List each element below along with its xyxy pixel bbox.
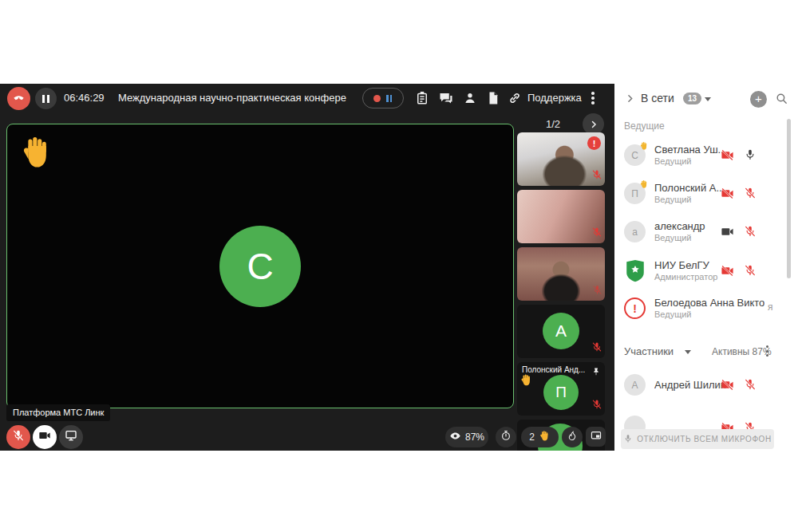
pause-icon [42, 95, 45, 103]
online-count-badge: 13 [683, 93, 701, 104]
mic-off-icon [12, 429, 25, 445]
video-thumbnail-4[interactable]: А [517, 305, 605, 358]
video-thumbnail-5[interactable]: Полонский Анд... П [517, 362, 605, 416]
connection-alert-avatar: ! [624, 298, 646, 319]
participant-name: Белоедова Анна Виктор... [654, 297, 764, 309]
camera-off-icon[interactable] [721, 187, 734, 203]
camera-off-icon[interactable] [721, 148, 734, 165]
meeting-timer: 06:46:29 [64, 84, 105, 112]
participants-sidebar: В сети 13 + Ведущие С Светлана Уш... Вед… [614, 84, 798, 451]
record-pause-icon [385, 91, 393, 105]
section-menu-icon[interactable] [766, 345, 768, 359]
avatar: А [624, 374, 646, 396]
mic-off-icon[interactable] [744, 264, 757, 280]
mic-off-icon [591, 227, 602, 241]
chat-icon[interactable] [439, 91, 453, 105]
support-link[interactable]: Поддержка [527, 84, 582, 112]
mic-off-icon[interactable] [744, 187, 757, 203]
mic-off-icon[interactable] [744, 378, 757, 394]
timer-button[interactable] [496, 427, 516, 447]
mic-off-icon [592, 284, 602, 298]
next-page-button[interactable] [583, 113, 604, 135]
end-call-button[interactable] [7, 87, 30, 110]
participant-role: Ведущий [654, 233, 691, 242]
active-percent-label: Активны 87% [712, 346, 772, 357]
recording-control[interactable] [362, 88, 404, 108]
mic-off-icon [591, 169, 602, 183]
avatar: С [624, 144, 646, 166]
conference-stage: 06:46:29 Международная научно-практическ… [0, 84, 614, 451]
participants-icon[interactable] [463, 91, 477, 105]
video-thumbnail-1[interactable]: ! [517, 132, 605, 186]
picture-in-picture-button[interactable] [586, 427, 606, 447]
raised-hands-counter[interactable]: 2 [521, 427, 559, 447]
university-logo [624, 260, 646, 282]
camera-off-icon[interactable] [721, 378, 734, 395]
avatar: А [543, 313, 579, 349]
more-menu-icon[interactable] [591, 92, 595, 106]
participant-row[interactable]: а александр Ведущий [614, 218, 787, 251]
meeting-app-window: 06:46:29 Международная научно-практическ… [0, 0, 798, 532]
search-icon[interactable] [775, 92, 788, 108]
mic-icon [623, 434, 633, 445]
me-indicator: я [768, 301, 773, 313]
pip-icon [591, 430, 602, 444]
video-thumbnail-2[interactable] [517, 190, 605, 243]
video-thumbnail-3[interactable] [517, 247, 605, 301]
stopwatch-icon [500, 430, 512, 444]
participants-section-header: Участники Активны 87% [614, 343, 798, 361]
files-icon[interactable] [486, 91, 500, 105]
link-icon[interactable] [508, 91, 522, 105]
participant-role: Ведущий [654, 195, 691, 204]
participant-role: Ведущий [654, 156, 691, 166]
add-participant-button[interactable]: + [750, 91, 767, 108]
camera-off-icon[interactable] [721, 264, 734, 281]
participant-row-self[interactable]: ! Белоедова Анна Виктор... Ведущий я [614, 294, 787, 328]
record-dot-icon [373, 95, 381, 102]
chevron-right-icon [589, 120, 598, 129]
participant-role: Ведущий [654, 309, 691, 319]
viewers-counter[interactable]: 87% [445, 427, 488, 447]
main-avatar: С [219, 226, 301, 307]
raised-hand-icon [639, 179, 649, 191]
mic-on-icon[interactable] [744, 148, 757, 164]
participant-row[interactable]: НИУ БелГУ Администратор [614, 257, 787, 290]
screen-share-button[interactable] [59, 425, 83, 449]
eye-icon [449, 430, 461, 444]
camera-toggle-button[interactable] [33, 425, 57, 449]
raised-hand-icon [18, 134, 55, 174]
alert-icon: ! [633, 302, 637, 315]
microphone-toggle-button[interactable] [6, 425, 30, 449]
fire-icon [567, 430, 578, 444]
meeting-title: Международная научно-практическая конфер… [118, 84, 358, 112]
monitor-icon [65, 429, 77, 445]
camera-on-icon[interactable] [721, 225, 734, 242]
chevron-down-icon[interactable] [705, 97, 711, 101]
participant-row[interactable]: П Полонский А... Ведущий [614, 179, 787, 213]
pause-conference-button[interactable] [35, 88, 57, 109]
online-dropdown[interactable]: В сети [641, 92, 674, 104]
chevron-down-icon[interactable] [685, 350, 691, 354]
hands-count: 2 [529, 432, 535, 443]
mute-all-label: ОТКЛЮЧИТЬ ВСЕМ МИКРОФОН [637, 435, 772, 443]
mute-all-button[interactable]: ОТКЛЮЧИТЬ ВСЕМ МИКРОФОН [621, 429, 774, 449]
viewers-percent: 87% [465, 432, 484, 443]
participant-row[interactable]: С Светлана Уш... Ведущий [614, 141, 787, 175]
mic-off-icon [591, 341, 602, 356]
reactions-button[interactable] [562, 427, 583, 447]
participants-dropdown[interactable]: Участники [624, 345, 674, 357]
collapse-panel-icon[interactable] [625, 93, 635, 107]
mic-off-icon[interactable] [744, 225, 757, 241]
participant-role: Администратор [654, 272, 717, 282]
agenda-icon[interactable] [415, 91, 429, 105]
main-avatar-letter: С [247, 245, 273, 288]
hosts-section-label: Ведущие [624, 120, 665, 132]
pin-icon [591, 365, 601, 380]
avatar: П [543, 375, 579, 410]
participant-row[interactable]: А Андрей Шилин [614, 371, 787, 404]
main-speaker-tile[interactable]: С [6, 124, 514, 408]
sidebar-header: В сети 13 + [614, 84, 798, 114]
raised-hand-icon [539, 430, 551, 444]
sidebar-scrollbar[interactable] [787, 119, 791, 278]
avatar: П [624, 183, 646, 204]
